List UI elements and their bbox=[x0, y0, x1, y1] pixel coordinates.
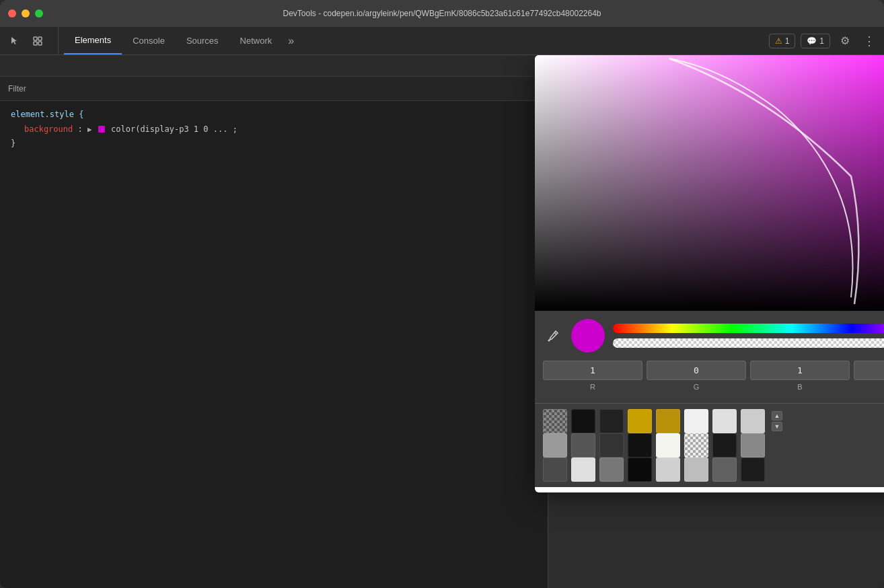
element-path-bar bbox=[0, 55, 548, 77]
b-label: B bbox=[797, 383, 802, 391]
b-input[interactable] bbox=[750, 361, 850, 380]
message-icon: 💬 bbox=[807, 36, 817, 46]
swatch-item[interactable] bbox=[741, 409, 765, 433]
code-selector-line: element.style { bbox=[11, 108, 537, 122]
swatch-item[interactable] bbox=[712, 433, 737, 457]
svg-point-4 bbox=[548, 340, 550, 342]
code-semicolon: ; bbox=[233, 124, 237, 134]
settings-btn[interactable]: ⚙ bbox=[836, 32, 854, 50]
gradient-canvas[interactable]: sRGB bbox=[535, 55, 884, 311]
swatch-item[interactable] bbox=[571, 457, 595, 482]
code-close-brace-line: } bbox=[11, 137, 537, 151]
swatch-item[interactable] bbox=[684, 409, 708, 433]
r-input-group: R bbox=[543, 361, 642, 391]
svg-rect-3 bbox=[38, 42, 42, 45]
code-property-line: background : ▶ color(display-p3 1 0 ... … bbox=[11, 122, 537, 137]
g-input-group: G bbox=[647, 361, 746, 391]
swatch-item[interactable] bbox=[628, 409, 652, 433]
maximize-traffic-light[interactable] bbox=[35, 9, 43, 17]
swatch-item[interactable] bbox=[571, 409, 595, 433]
swatch-item[interactable] bbox=[628, 457, 652, 482]
swatches-row-2 bbox=[543, 433, 884, 457]
right-panel: × sRGB bbox=[548, 55, 884, 588]
svg-rect-1 bbox=[38, 37, 42, 40]
devtools-window: DevTools - codepen.io/argyleink/pen/QWBg… bbox=[0, 0, 884, 588]
colon-text: : bbox=[77, 124, 87, 134]
message-badge[interactable]: 💬 1 bbox=[801, 34, 830, 48]
cursor-icon-btn[interactable] bbox=[5, 32, 24, 50]
color-swatch-inline[interactable] bbox=[98, 126, 105, 133]
code-area: element.style { background : ▶ color(dis… bbox=[0, 101, 548, 588]
tab-sources[interactable]: Sources bbox=[176, 27, 229, 54]
g-input[interactable] bbox=[647, 361, 746, 380]
tab-right-area: ⚠ 1 💬 1 ⚙ ⋮ bbox=[769, 27, 879, 54]
swatch-item[interactable] bbox=[599, 457, 624, 482]
traffic-lights bbox=[8, 9, 43, 17]
close-brace: } bbox=[11, 139, 15, 148]
swatch-item[interactable] bbox=[543, 457, 567, 482]
color-preview-row bbox=[543, 319, 884, 353]
sliders-container bbox=[613, 324, 884, 348]
color-preview-circle[interactable] bbox=[571, 319, 605, 353]
swatch-item[interactable] bbox=[712, 409, 737, 433]
swatch-item[interactable] bbox=[599, 433, 624, 457]
titlebar: DevTools - codepen.io/argyleink/pen/QWBg… bbox=[0, 0, 884, 27]
swatch-item[interactable] bbox=[571, 433, 595, 457]
b-input-group: B bbox=[750, 361, 850, 391]
swatches-row-3 bbox=[543, 457, 884, 482]
swatch-item[interactable] bbox=[741, 433, 765, 457]
minimize-traffic-light[interactable] bbox=[22, 9, 30, 17]
svg-rect-2 bbox=[34, 42, 37, 45]
color-gradient-area[interactable]: sRGB bbox=[535, 55, 884, 311]
swatch-item[interactable] bbox=[656, 433, 680, 457]
main-content: Filter element.style { background : ▶ co… bbox=[0, 55, 884, 588]
more-options-btn[interactable]: ⋮ bbox=[860, 32, 879, 50]
close-traffic-light[interactable] bbox=[8, 9, 16, 17]
swatch-item[interactable] bbox=[628, 433, 652, 457]
warning-badge[interactable]: ⚠ 1 bbox=[769, 34, 796, 48]
tab-more-btn[interactable]: » bbox=[283, 27, 299, 54]
swatches-down-btn[interactable]: ▼ bbox=[772, 422, 782, 431]
swatch-transparent[interactable] bbox=[543, 409, 567, 433]
color-picker-controls: R G B A bbox=[535, 311, 884, 403]
inspect-icon-btn[interactable] bbox=[28, 32, 47, 50]
swatches-spinner: ▲ ▼ bbox=[772, 411, 782, 431]
a-input[interactable] bbox=[854, 361, 884, 380]
css-selector: element.style { bbox=[11, 110, 83, 119]
swatches-up-btn[interactable]: ▲ bbox=[772, 411, 782, 420]
swatch-item[interactable] bbox=[656, 409, 680, 433]
color-picker-popup: × sRGB bbox=[535, 55, 884, 492]
code-ellipsis: ... bbox=[213, 124, 228, 134]
left-panel: Filter element.style { background : ▶ co… bbox=[0, 55, 548, 588]
tabbar: Elements Console Sources Network » ⚠ 1 💬… bbox=[0, 27, 884, 55]
svg-rect-0 bbox=[34, 37, 37, 40]
r-input[interactable] bbox=[543, 361, 642, 380]
g-label: G bbox=[694, 383, 700, 391]
swatches-row-1: ▲ ▼ bbox=[543, 409, 884, 433]
swatch-item[interactable] bbox=[741, 457, 765, 482]
hue-slider[interactable] bbox=[613, 324, 884, 333]
swatch-item[interactable] bbox=[599, 409, 624, 433]
css-property: background bbox=[24, 124, 73, 134]
eyedropper-btn[interactable] bbox=[543, 326, 563, 346]
a-input-group: A bbox=[854, 361, 884, 391]
swatches-section: ▲ ▼ bbox=[535, 403, 884, 487]
swatch-item[interactable] bbox=[684, 457, 708, 482]
swatch-item[interactable] bbox=[543, 433, 567, 457]
expand-arrow[interactable]: ▶ bbox=[87, 125, 92, 134]
tool-icons bbox=[5, 27, 59, 54]
swatch-checkered[interactable] bbox=[684, 433, 708, 457]
swatch-item[interactable] bbox=[712, 457, 737, 482]
tab-network[interactable]: Network bbox=[229, 27, 283, 54]
rgba-inputs-row: R G B A bbox=[543, 361, 884, 391]
window-title: DevTools - codepen.io/argyleink/pen/QWBg… bbox=[283, 9, 601, 18]
css-value: color(display-p3 1 0 bbox=[111, 124, 209, 134]
filter-bar: Filter bbox=[0, 77, 548, 101]
filter-label: Filter bbox=[8, 84, 26, 94]
tab-elements[interactable]: Elements bbox=[64, 27, 122, 54]
warn-icon: ⚠ bbox=[775, 36, 782, 46]
tab-console[interactable]: Console bbox=[122, 27, 176, 54]
r-label: R bbox=[590, 383, 595, 391]
swatch-item[interactable] bbox=[656, 457, 680, 482]
opacity-slider[interactable] bbox=[613, 338, 884, 348]
